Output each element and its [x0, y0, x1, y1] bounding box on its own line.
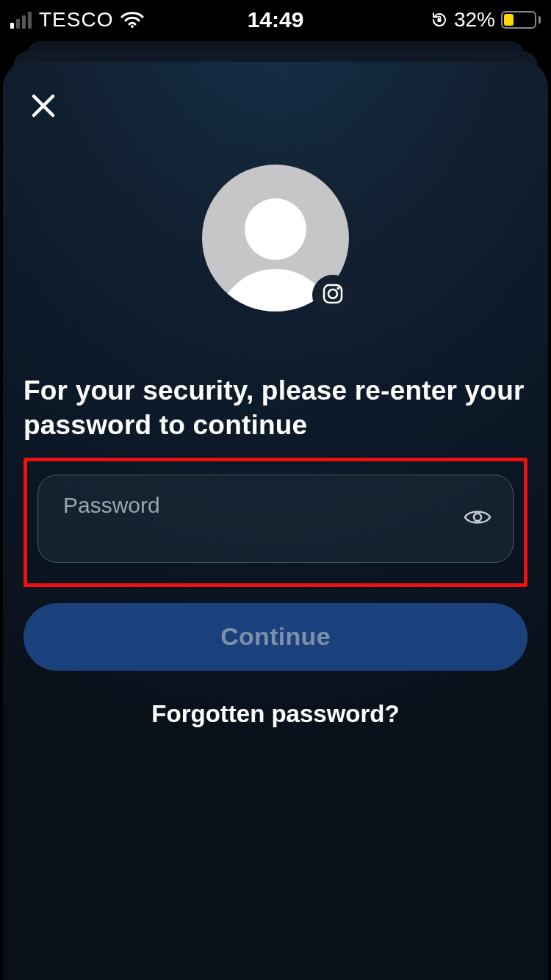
- battery-icon: [501, 11, 541, 29]
- carrier-label: TESCO: [39, 8, 113, 32]
- status-left: TESCO: [10, 8, 144, 32]
- svg-rect-1: [437, 18, 441, 22]
- annotation-highlight: [24, 458, 527, 587]
- security-prompt-text: For your security, please re-enter your …: [24, 373, 527, 443]
- toggle-password-visibility-button[interactable]: [460, 501, 495, 536]
- svg-point-4: [337, 287, 339, 289]
- wifi-icon: [120, 11, 144, 29]
- clock-label: 14:49: [248, 7, 304, 32]
- battery-percent-label: 32%: [454, 8, 495, 32]
- svg-point-3: [328, 289, 337, 298]
- cellular-signal-icon: [10, 12, 32, 29]
- password-input[interactable]: [63, 493, 454, 518]
- orientation-lock-icon: [431, 11, 448, 29]
- close-icon: [29, 92, 57, 122]
- reauth-sheet: For your security, please re-enter your …: [3, 62, 548, 980]
- status-bar: TESCO 14:49 32%: [0, 0, 551, 40]
- avatar-container: [202, 165, 349, 311]
- screen: TESCO 14:49 32%: [0, 0, 551, 980]
- forgotten-password-button[interactable]: Forgotten password?: [151, 700, 399, 728]
- password-field-container[interactable]: [37, 475, 514, 563]
- eye-icon: [462, 502, 493, 535]
- svg-point-0: [131, 25, 134, 28]
- status-right: 32%: [431, 8, 541, 32]
- close-button[interactable]: [26, 90, 60, 123]
- instagram-badge: [312, 275, 353, 316]
- instagram-icon: [321, 282, 345, 309]
- continue-button[interactable]: Continue: [24, 603, 527, 671]
- svg-point-5: [474, 514, 481, 521]
